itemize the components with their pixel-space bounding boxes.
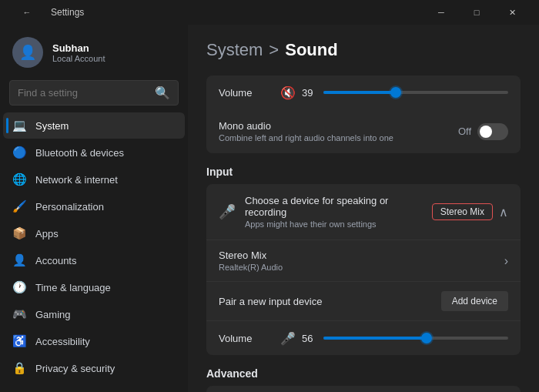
page-header: System > Sound bbox=[206, 40, 521, 60]
sidebar-item-accessibility-label: Accessibility bbox=[35, 336, 90, 347]
gaming-icon: 🎮 bbox=[12, 307, 26, 321]
volume-row: Volume 🔇 39 bbox=[206, 75, 521, 109]
minimize-button[interactable]: ─ bbox=[424, 0, 459, 25]
sidebar-item-bluetooth-label: Bluetooth & devices bbox=[35, 147, 124, 159]
troubleshoot-row[interactable]: Troubleshoot common sound problems › bbox=[206, 386, 521, 392]
stereo-sub: Realtek(R) Audio bbox=[219, 263, 504, 272]
add-device-label: Pair a new input device bbox=[219, 296, 441, 307]
input-volume-thumb[interactable] bbox=[421, 333, 432, 343]
sidebar-item-system-label: System bbox=[35, 120, 69, 132]
back-button[interactable]: ← bbox=[9, 0, 45, 25]
chevron-right-icon: › bbox=[504, 254, 508, 268]
sidebar-item-accounts[interactable]: 👤 Accounts bbox=[3, 247, 185, 273]
maximize-button[interactable]: □ bbox=[459, 0, 494, 25]
device-chooser-row: 🎤 Choose a device for speaking or record… bbox=[206, 184, 521, 240]
volume-mute-icon: 🔇 bbox=[280, 85, 296, 100]
volume-track bbox=[323, 91, 508, 94]
device-badge[interactable]: Stereo Mix bbox=[432, 203, 493, 220]
sidebar-item-personalization[interactable]: 🖌️ Personalization bbox=[3, 193, 185, 219]
sidebar-item-network[interactable]: 🌐 Network & internet bbox=[3, 166, 185, 193]
avatar: 👤 bbox=[12, 37, 43, 68]
time-icon: 🕐 bbox=[12, 280, 26, 294]
device-info: Choose a device for speaking or recordin… bbox=[245, 195, 432, 229]
input-volume-value: 56 bbox=[302, 333, 323, 344]
add-device-button[interactable]: Add device bbox=[441, 291, 508, 311]
stereo-info: Stereo Mix Realtek(R) Audio bbox=[219, 250, 504, 272]
input-volume-track bbox=[323, 337, 508, 340]
sidebar-item-gaming-label: Gaming bbox=[35, 309, 71, 320]
input-volume-row: Volume 🎤 56 bbox=[206, 321, 521, 355]
nav-list: 💻 System 🔵 Bluetooth & devices 🌐 Network… bbox=[0, 112, 188, 386]
device-choose-sub: Apps might have their own settings bbox=[245, 219, 432, 229]
input-heading: Input bbox=[206, 166, 521, 178]
sidebar-item-accessibility[interactable]: ♿ Accessibility bbox=[3, 328, 185, 354]
sidebar-item-network-label: Network & internet bbox=[35, 174, 118, 186]
user-name: Subhan bbox=[52, 42, 105, 54]
sidebar-item-bluetooth[interactable]: 🔵 Bluetooth & devices bbox=[3, 139, 185, 166]
bluetooth-icon: 🔵 bbox=[12, 146, 26, 159]
privacy-icon: 🔒 bbox=[12, 361, 26, 375]
mono-audio-toggle-label: Off bbox=[458, 126, 471, 137]
input-volume-slider[interactable] bbox=[323, 330, 508, 346]
volume-slider[interactable] bbox=[323, 85, 508, 100]
breadcrumb-parent: System bbox=[206, 40, 263, 60]
input-volume-label: Volume bbox=[219, 333, 280, 344]
sidebar: 👤 Subhan Local Account 🔍 💻 System 🔵 Blue… bbox=[0, 25, 188, 392]
network-icon: 🌐 bbox=[12, 173, 26, 186]
personalization-icon: 🖌️ bbox=[12, 199, 26, 213]
accessibility-icon: ♿ bbox=[12, 334, 26, 348]
volume-thumb[interactable] bbox=[390, 87, 401, 98]
sidebar-item-update[interactable]: 🔄 Windows Update bbox=[3, 382, 185, 386]
advanced-card: Troubleshoot common sound problems › bbox=[206, 386, 521, 392]
mono-audio-sub: Combine left and right audio channels in… bbox=[219, 133, 458, 142]
input-mic-icon: 🎤 bbox=[280, 331, 296, 346]
sidebar-item-system[interactable]: 💻 System bbox=[3, 112, 185, 139]
input-volume-fill bbox=[323, 337, 427, 340]
app-body: 👤 Subhan Local Account 🔍 💻 System 🔵 Blue… bbox=[0, 25, 539, 392]
sidebar-item-apps[interactable]: 📦 Apps bbox=[3, 220, 185, 246]
titlebar-left: ← Settings bbox=[9, 0, 84, 25]
titlebar: ← Settings ─ □ ✕ bbox=[0, 0, 539, 25]
search-input[interactable] bbox=[18, 87, 149, 99]
apps-icon: 📦 bbox=[12, 226, 26, 240]
sidebar-item-gaming[interactable]: 🎮 Gaming bbox=[3, 301, 185, 327]
sidebar-item-apps-label: Apps bbox=[35, 228, 59, 240]
sidebar-item-time[interactable]: 🕐 Time & language bbox=[3, 274, 185, 300]
close-button[interactable]: ✕ bbox=[494, 0, 530, 25]
volume-value: 39 bbox=[302, 87, 323, 99]
volume-fill bbox=[323, 91, 396, 94]
accounts-icon: 👤 bbox=[12, 253, 26, 267]
mono-audio-row: Mono audio Combine left and right audio … bbox=[206, 109, 521, 153]
search-icon: 🔍 bbox=[155, 85, 170, 100]
mono-audio-label: Mono audio bbox=[219, 120, 458, 132]
content-area: System > Sound Volume 🔇 39 Mono audio bbox=[188, 25, 539, 392]
mono-audio-toggle[interactable] bbox=[477, 123, 508, 140]
volume-label: Volume bbox=[219, 87, 280, 99]
system-icon: 💻 bbox=[12, 119, 26, 132]
advanced-heading: Advanced bbox=[206, 367, 521, 380]
sidebar-item-personalization-label: Personalization bbox=[35, 201, 104, 213]
user-role: Local Account bbox=[52, 54, 105, 63]
sidebar-item-time-label: Time & language bbox=[35, 282, 111, 293]
user-section: 👤 Subhan Local Account bbox=[0, 25, 188, 77]
breadcrumb-separator: > bbox=[269, 40, 279, 60]
sidebar-item-privacy-label: Privacy & security bbox=[35, 363, 115, 374]
titlebar-controls: ─ □ ✕ bbox=[424, 0, 530, 25]
device-choose-label: Choose a device for speaking or recordin… bbox=[245, 195, 432, 218]
stereo-name: Stereo Mix bbox=[219, 250, 504, 261]
user-info: Subhan Local Account bbox=[52, 42, 105, 63]
chevron-up-icon: ∧ bbox=[499, 205, 508, 219]
mic-icon: 🎤 bbox=[219, 203, 236, 220]
input-card: 🎤 Choose a device for speaking or record… bbox=[206, 184, 521, 355]
search-box[interactable]: 🔍 bbox=[9, 80, 179, 106]
add-device-row: Pair a new input device Add device bbox=[206, 282, 521, 321]
breadcrumb-current: Sound bbox=[285, 40, 337, 60]
titlebar-title: Settings bbox=[51, 7, 84, 18]
stereo-mix-row[interactable]: Stereo Mix Realtek(R) Audio › bbox=[206, 240, 521, 282]
volume-card: Volume 🔇 39 Mono audio Combine left and … bbox=[206, 75, 521, 153]
sidebar-item-privacy[interactable]: 🔒 Privacy & security bbox=[3, 355, 185, 381]
sidebar-item-accounts-label: Accounts bbox=[35, 255, 76, 266]
